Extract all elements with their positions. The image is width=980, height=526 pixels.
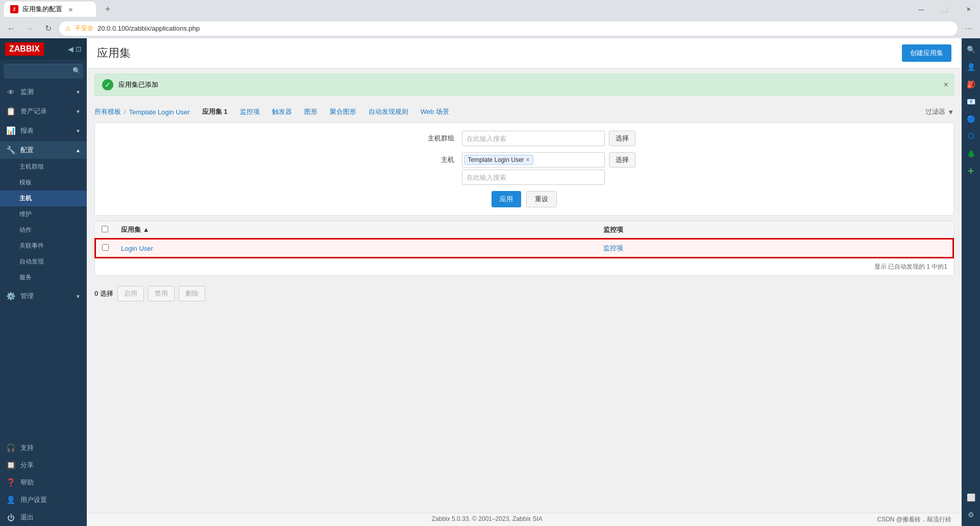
filter-section: 主机群组 选择 主机 Template Login User × <box>94 123 954 216</box>
success-icon: ✓ <box>102 79 113 90</box>
create-application-button[interactable]: 创建应用集 <box>902 44 951 62</box>
tab-web[interactable]: Web 场景 <box>415 105 454 118</box>
tab-agg-graphs[interactable]: 聚合图形 <box>325 105 361 118</box>
right-search-btn[interactable]: 🔍 <box>964 42 978 57</box>
tab-discovery[interactable]: 自动发现规则 <box>363 105 413 118</box>
right-add-btn[interactable]: + <box>964 164 978 178</box>
right-bag-btn[interactable]: 🎒 <box>964 77 978 91</box>
assets-icon: 📋 <box>6 107 15 116</box>
bulk-actions: 0 选择 启用 禁用 删除 <box>87 281 962 306</box>
breadcrumb-all-templates[interactable]: 所有模板 <box>94 107 121 116</box>
window-minimize-btn[interactable]: — <box>910 2 933 17</box>
logout-icon: ⏻ <box>6 513 15 522</box>
window-maximize-btn[interactable]: ⬜ <box>933 2 957 17</box>
nav-reports[interactable]: 📊 报表 ▼ <box>0 122 87 139</box>
right-circle-btn[interactable]: 🔵 <box>964 112 978 126</box>
tab-close-btn[interactable]: × <box>68 5 73 14</box>
nav-monitor[interactable]: 👁 监测 ▼ <box>0 83 87 101</box>
alert-success: ✓ 应用集已添加 × <box>94 74 954 96</box>
sidebar-search-input[interactable] <box>4 64 83 78</box>
right-outlook-btn[interactable]: O <box>964 129 978 144</box>
selection-count: 0 选择 <box>94 289 113 298</box>
application-name-cell: Login User <box>115 239 597 257</box>
sidebar-item-discovery[interactable]: 自动发现 <box>0 254 87 270</box>
address-bar[interactable]: ⚠ 不安全 20.0.0.100/zabbix/applications.php <box>59 21 958 36</box>
right-mail-btn[interactable]: 📧 <box>964 94 978 109</box>
nav-config[interactable]: 🔧 配置 ▲ 主机群组 模板 主机 维护 动作 关联事件 自动发现 服务 <box>0 141 87 285</box>
nav-assets[interactable]: 📋 资产记录 ▼ <box>0 103 87 120</box>
application-name-link[interactable]: Login User <box>121 245 153 252</box>
sidebar-item-label: 监测 <box>20 87 34 97</box>
url-text: 20.0.0.100/zabbix/applications.php <box>97 25 200 32</box>
reset-filter-btn[interactable]: 重设 <box>526 191 557 207</box>
search-icon[interactable]: 🔍 <box>72 67 81 75</box>
host-search-input[interactable] <box>462 170 605 185</box>
enable-btn[interactable]: 启用 <box>117 286 144 301</box>
right-settings-btn[interactable]: ⚙ <box>964 508 978 522</box>
filter-toggle-btn[interactable]: 过滤器 ▼ <box>925 107 954 116</box>
sidebar-item-share[interactable]: 🔲 分享 <box>0 457 87 474</box>
sort-asc-icon[interactable]: ▲ <box>143 226 150 233</box>
delete-btn[interactable]: 删除 <box>179 286 205 301</box>
host-tag-container[interactable]: Template Login User × <box>462 152 605 168</box>
new-tab-btn[interactable]: + <box>100 2 115 17</box>
row-checkbox[interactable] <box>102 244 109 251</box>
right-tree-btn[interactable]: 🌲 <box>964 147 978 161</box>
sidebar-item-support[interactable]: 🎧 支持 <box>0 439 87 457</box>
sidebar-item-label: 管理 <box>20 292 34 301</box>
share-icon: 🔲 <box>6 461 15 470</box>
host-group-select-btn[interactable]: 选择 <box>609 131 635 146</box>
sidebar-item-label: 报表 <box>20 126 34 135</box>
select-all-checkbox[interactable] <box>102 226 108 232</box>
sidebar-item-services[interactable]: 服务 <box>0 270 87 285</box>
sidebar-item-config[interactable]: 🔧 配置 ▲ <box>0 141 87 159</box>
sidebar-item-admin[interactable]: ⚙️ 管理 ▼ <box>0 288 87 305</box>
nav-admin[interactable]: ⚙️ 管理 ▼ <box>0 288 87 305</box>
tab-items[interactable]: 监控项 <box>235 105 265 118</box>
back-btn[interactable]: ← <box>4 21 18 36</box>
sidebar-item-actions[interactable]: 动作 <box>0 222 87 238</box>
alert-message: 应用集已添加 <box>118 80 158 89</box>
tab-graphs[interactable]: 图形 <box>299 105 323 118</box>
browser-tab[interactable]: Z 应用集的配置 × <box>4 2 96 17</box>
browser-menu-btn[interactable]: ⋯ <box>962 21 976 36</box>
security-warning-icon: ⚠ <box>65 25 71 32</box>
zabbix-logo[interactable]: ZABBIX <box>5 42 44 56</box>
sidebar-item-templates[interactable]: 模板 <box>0 175 87 190</box>
host-select-btn[interactable]: 选择 <box>609 152 635 168</box>
sidebar-expand-btn[interactable]: ⊡ <box>76 45 82 53</box>
sidebar-item-assets[interactable]: 📋 资产记录 ▼ <box>0 103 87 120</box>
apply-filter-btn[interactable]: 应用 <box>492 191 521 207</box>
user-settings-icon: 👤 <box>6 495 15 505</box>
table-footer: 显示 已自动发现的 1 中的1 <box>95 258 953 275</box>
sidebar-item-help[interactable]: ❓ 帮助 <box>0 474 87 491</box>
sidebar-item-monitor[interactable]: 👁 监测 ▼ <box>0 83 87 101</box>
sidebar-item-hosts[interactable]: 主机 <box>0 190 87 206</box>
sidebar-item-correlation[interactable]: 关联事件 <box>0 238 87 254</box>
sidebar-item-label: 资产记录 <box>20 107 47 116</box>
sidebar-item-user-settings[interactable]: 👤 用户设置 <box>0 491 87 509</box>
disable-btn[interactable]: 禁用 <box>148 286 175 301</box>
alert-close-btn[interactable]: × <box>944 80 948 89</box>
sidebar-item-label: 分享 <box>20 461 34 470</box>
application-items-link[interactable]: 监控项 <box>603 244 623 252</box>
host-group-label: 主机群组 <box>413 131 454 143</box>
window-close-btn[interactable]: ✕ <box>957 2 980 17</box>
forward-btn[interactable]: → <box>22 21 37 36</box>
sidebar: ZABBIX ◀ ⊡ 🔍 👁 监测 ▼ 📋 资产记录 ▼ <box>0 38 87 526</box>
reload-btn[interactable]: ↻ <box>41 21 55 36</box>
breadcrumb-template-name[interactable]: Template Login User <box>129 108 190 116</box>
filter-actions: 应用 重设 <box>105 191 943 207</box>
sidebar-item-reports[interactable]: 📊 报表 ▼ <box>0 122 87 139</box>
host-group-search-input[interactable] <box>462 131 605 146</box>
sidebar-item-hostgroups[interactable]: 主机群组 <box>0 159 87 175</box>
sidebar-item-logout[interactable]: ⏻ 退出 <box>0 509 87 526</box>
tab-triggers[interactable]: 触发器 <box>267 105 297 118</box>
host-tag-remove-btn[interactable]: × <box>526 156 530 163</box>
sidebar-collapse-btn[interactable]: ◀ <box>68 45 74 53</box>
right-user-btn[interactable]: 👤 <box>964 60 978 74</box>
tab-applications[interactable]: 应用集 1 <box>197 105 233 118</box>
sidebar-item-maintenance[interactable]: 维护 <box>0 206 87 222</box>
chevron-down-icon: ▼ <box>76 89 81 95</box>
right-expand-btn[interactable]: ⬜ <box>964 490 978 505</box>
